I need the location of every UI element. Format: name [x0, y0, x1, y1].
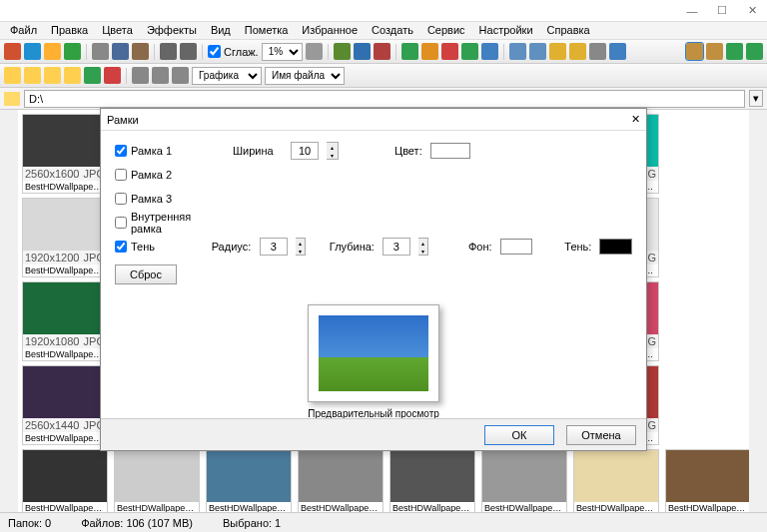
effect2-icon[interactable]	[421, 43, 438, 60]
thumbnail[interactable]: BestHDWallpapersPa...	[573, 449, 659, 512]
thumbnail[interactable]: BestHDWallpapersPa...	[22, 449, 108, 512]
thumbnail[interactable]: BestHDWallpapersPa...	[298, 449, 384, 512]
nav2-icon[interactable]	[24, 67, 41, 84]
print-icon[interactable]	[92, 43, 109, 60]
copy-icon[interactable]	[44, 43, 61, 60]
view3-icon[interactable]	[726, 43, 743, 60]
thumbnail[interactable]: 2560x1600JPGBestHDWallpapersPa...	[22, 114, 108, 194]
menu-пометка[interactable]: Пометка	[239, 22, 295, 39]
slideshow-icon[interactable]	[132, 43, 149, 60]
nav3-icon[interactable]	[44, 67, 61, 84]
depth-spinner[interactable]: ▴▾	[418, 238, 428, 256]
menu-сервис[interactable]: Сервис	[421, 22, 471, 39]
tool1-icon[interactable]	[334, 43, 351, 60]
thumbnail[interactable]: BestHDWallpapersPa...	[389, 449, 475, 512]
shadow-swatch[interactable]	[599, 239, 632, 255]
view1-icon[interactable]	[686, 43, 703, 60]
color-swatch[interactable]	[430, 143, 470, 159]
menu-правка[interactable]: Правка	[45, 22, 94, 39]
frames-dialog: Рамки ✕ Рамка 1 Ширина ▴▾ Цвет: Рамка 2 …	[100, 108, 647, 451]
misc6-icon[interactable]	[609, 43, 626, 60]
effect1-icon[interactable]	[401, 43, 418, 60]
folder-icon	[4, 92, 20, 106]
frame3-checkbox[interactable]	[115, 193, 127, 205]
filter-select[interactable]: Графика	[192, 67, 262, 85]
depth-input[interactable]	[383, 238, 410, 256]
menu-избранное[interactable]: Избранное	[296, 22, 364, 39]
effect4-icon[interactable]	[461, 43, 478, 60]
frame2-checkbox[interactable]	[115, 169, 127, 181]
bg-swatch[interactable]	[500, 239, 533, 255]
dropdown-icon[interactable]: ▾	[749, 90, 763, 107]
thumbnail[interactable]: 2560x1440JPGBestHDWallpapersPa...	[22, 365, 108, 445]
thumbnail[interactable]: BestHDWallpapersPa...	[206, 449, 292, 512]
sidebar-right	[749, 110, 767, 512]
scan-icon[interactable]	[112, 43, 129, 60]
depth-label: Глубина:	[330, 241, 375, 253]
width-input[interactable]	[291, 142, 319, 160]
tool2-icon[interactable]	[354, 43, 371, 60]
sort-select[interactable]: Имя файла	[265, 67, 345, 85]
list1-icon[interactable]	[132, 67, 149, 84]
effect5-icon[interactable]	[481, 43, 498, 60]
inner-frame-checkbox[interactable]	[115, 217, 127, 229]
save-icon[interactable]	[24, 43, 41, 60]
preview-box	[308, 304, 439, 402]
frame1-checkbox[interactable]	[115, 145, 127, 157]
list3-icon[interactable]	[172, 67, 189, 84]
misc5-icon[interactable]	[589, 43, 606, 60]
minimize-button[interactable]: —	[677, 1, 707, 21]
toolbar-main: Сглаж. 1%	[0, 40, 767, 64]
undo-icon[interactable]	[160, 43, 177, 60]
menu-справка[interactable]: Справка	[541, 22, 596, 39]
misc1-icon[interactable]	[509, 43, 526, 60]
zoom-select[interactable]: 1%	[262, 43, 303, 61]
view2-icon[interactable]	[706, 43, 723, 60]
menu-создать[interactable]: Создать	[366, 22, 419, 39]
radius-spinner[interactable]: ▴▾	[296, 238, 306, 256]
maximize-button[interactable]: ☐	[707, 1, 737, 21]
zoom-icon[interactable]	[306, 43, 323, 60]
thumbnail[interactable]: 1920x1200JPGBestHDWallpapersPa...	[22, 198, 108, 277]
redo-icon[interactable]	[180, 43, 197, 60]
nav4-icon[interactable]	[64, 67, 81, 84]
width-spinner[interactable]: ▴▾	[327, 142, 339, 160]
cancel-button[interactable]: Отмена	[566, 425, 636, 445]
thumbnail[interactable]: BestHDWallpapersPa...	[665, 449, 749, 512]
view4-icon[interactable]	[746, 43, 763, 60]
misc2-icon[interactable]	[529, 43, 546, 60]
reset-button[interactable]: Сброс	[115, 265, 177, 284]
window-titlebar: — ☐ ✕	[0, 0, 767, 22]
menu-эффекты[interactable]: Эффекты	[141, 22, 203, 39]
misc3-icon[interactable]	[549, 43, 566, 60]
thumbnail[interactable]: BestHDWallpapersPa...	[481, 449, 567, 512]
status-folders: Папок: 0	[8, 517, 51, 529]
toolbar-secondary: Графика Имя файла	[0, 64, 767, 88]
menu-настройки[interactable]: Настройки	[473, 22, 539, 39]
path-bar: ▾	[0, 88, 767, 110]
dialog-close-icon[interactable]: ✕	[631, 113, 640, 126]
radius-label: Радиус:	[212, 241, 252, 253]
thumbnail[interactable]: BestHDWallpapersPa...	[114, 449, 200, 512]
close-button[interactable]: ✕	[737, 1, 767, 21]
open-icon[interactable]	[4, 43, 21, 60]
tool3-icon[interactable]	[374, 43, 390, 60]
delete-icon[interactable]	[104, 67, 121, 84]
menu-цвета[interactable]: Цвета	[96, 22, 139, 39]
ok-button[interactable]: ОК	[484, 425, 554, 445]
list2-icon[interactable]	[152, 67, 169, 84]
path-input[interactable]	[24, 90, 745, 108]
refresh-icon[interactable]	[84, 67, 101, 84]
menu-вид[interactable]: Вид	[205, 22, 237, 39]
paste-icon[interactable]	[64, 43, 81, 60]
nav1-icon[interactable]	[4, 67, 21, 84]
misc4-icon[interactable]	[569, 43, 586, 60]
radius-input[interactable]	[260, 238, 288, 256]
menu-файл[interactable]: Файл	[4, 22, 43, 39]
thumbnail[interactable]: 1920x1080JPGBestHDWallpapersPa...	[22, 281, 108, 361]
smooth-label: Сглаж.	[224, 46, 259, 58]
shadow-checkbox[interactable]	[115, 241, 127, 253]
effect3-icon[interactable]	[441, 43, 458, 60]
status-bar: Папок: 0 Файлов: 106 (107 MB) Выбрано: 1	[0, 512, 767, 532]
smooth-checkbox[interactable]	[208, 45, 221, 58]
